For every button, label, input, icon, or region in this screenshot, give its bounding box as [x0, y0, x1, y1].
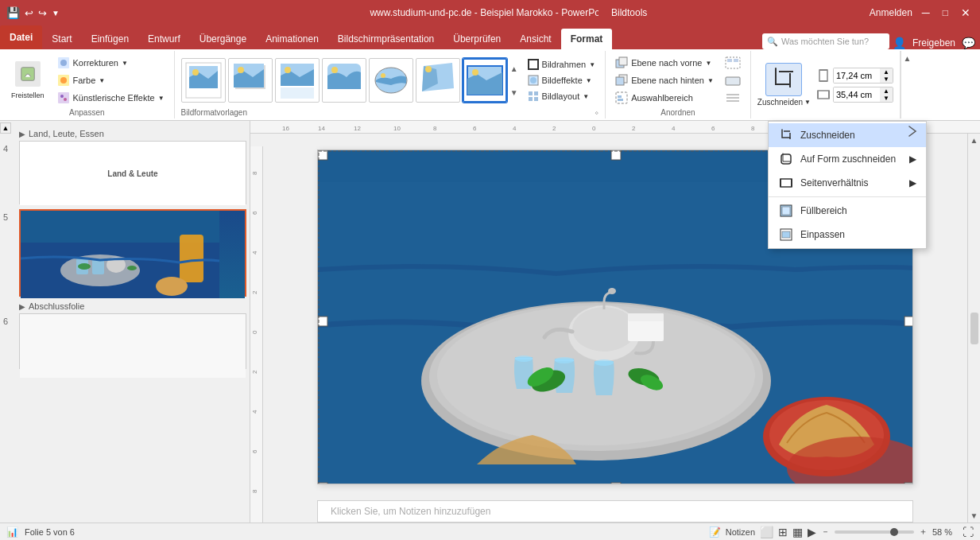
zuschneiden-label-btn[interactable]: Zuschneiden ▼ [757, 98, 811, 107]
farbe-caret[interactable]: ▼ [99, 77, 105, 84]
styles-scroll-up[interactable]: ▲ [509, 56, 520, 80]
ebene-vorne-caret[interactable]: ▼ [705, 60, 711, 67]
korrekturen-caret[interactable]: ▼ [122, 60, 128, 67]
bildrahmen-caret[interactable]: ▼ [589, 61, 595, 68]
view-reader-icon[interactable]: ▦ [792, 526, 803, 538]
view-grid-icon[interactable]: ⊞ [778, 526, 788, 538]
seitenverhaeltnis-arrow: ▶ [909, 177, 916, 188]
tab-animationen[interactable]: Animationen [256, 29, 328, 49]
scroll-thumb[interactable] [970, 313, 978, 344]
group3-btn[interactable] [722, 90, 744, 106]
restore-btn[interactable]: □ [939, 7, 951, 18]
tab-ueberpruefen[interactable]: Überprüfen [444, 29, 510, 49]
img-style-3[interactable] [275, 58, 320, 103]
img-style-6[interactable] [416, 58, 460, 103]
ribbon-search[interactable]: 🔍 Was möchten Sie tun? [762, 33, 889, 49]
slide-thumb-4[interactable]: Land & Leute [19, 141, 246, 204]
width-spinbox[interactable]: ▲ ▼ [833, 87, 893, 103]
styles-scroll-down[interactable]: ▼ [509, 80, 520, 104]
kuenstlerisch-btn[interactable]: Künstlerische Effekte ▼ [54, 90, 168, 106]
tab-start[interactable]: Start [42, 29, 81, 49]
slide-thumb-5[interactable] [19, 209, 246, 297]
customize-icon[interactable]: ▼ [52, 9, 60, 17]
dropdown-item-fuellbereich[interactable]: Füllbereich [769, 199, 926, 223]
close-btn[interactable]: ✕ [958, 6, 974, 19]
tab-entwurf[interactable]: Entwurf [138, 29, 190, 49]
width-input[interactable] [834, 87, 880, 102]
svg-rect-42 [727, 59, 732, 62]
notes-label[interactable]: Notizen [726, 527, 755, 537]
dropdown-item-zuschneiden[interactable]: Zuschneiden [769, 123, 926, 147]
title-bar-right: Anmelden ─ □ ✕ [870, 6, 974, 19]
zuschneiden-dropdown[interactable]: ▼ [804, 99, 811, 106]
redo-icon[interactable]: ↪ [38, 7, 47, 19]
view-present-icon[interactable]: ▶ [808, 526, 816, 538]
bildeffekte-caret[interactable]: ▼ [586, 77, 592, 84]
farbe-btn[interactable]: Farbe ▼ [54, 72, 168, 88]
tab-format[interactable]: Format [561, 29, 613, 49]
width-up-btn[interactable]: ▲ [880, 87, 893, 95]
bildlayout-btn[interactable]: Bildlayout ▼ [525, 89, 599, 103]
height-up-btn[interactable]: ▲ [880, 68, 893, 76]
scroll-down-btn[interactable]: ▼ [968, 509, 980, 523]
zoom-out-icon[interactable]: － [821, 526, 830, 538]
dropdown-item-seitenverhaeltnis[interactable]: Seitenverhältnis ▶ [769, 171, 926, 195]
ebene-vorne-btn[interactable]: Ebene nach vorne ▼ [612, 55, 717, 71]
korrekturen-btn[interactable]: Korrekturen ▼ [54, 55, 168, 71]
group1-btn[interactable] [722, 55, 744, 71]
fill-icon [778, 203, 794, 219]
kuenstlerisch-caret[interactable]: ▼ [158, 95, 165, 102]
height-down-btn[interactable]: ▼ [880, 76, 893, 83]
zoom-thumb[interactable] [890, 528, 898, 536]
group2-btn[interactable] [722, 72, 744, 88]
tab-einfuegen[interactable]: Einfügen [82, 29, 138, 49]
sign-in[interactable]: Anmelden [870, 7, 912, 18]
ribbon-collapse[interactable]: ▲ [901, 51, 913, 118]
dropdown-item-einpassen[interactable]: Einpassen [769, 223, 926, 247]
rotate-handle[interactable] [607, 150, 623, 152]
img-style-2[interactable] [228, 58, 273, 103]
height-spinbox[interactable]: ▲ ▼ [833, 68, 893, 84]
img-style-1[interactable] [181, 58, 226, 103]
comment-icon[interactable]: 💬 [962, 37, 975, 49]
scroll-up-btn[interactable]: ▲ [968, 134, 980, 147]
right-scrollbar[interactable]: ▲ ▼ [967, 134, 980, 523]
dropdown-label-seitenverhaeltnis: Seitenverhältnis [800, 177, 868, 188]
ebene-hinten-btn[interactable]: Ebene nach hinten ▼ [612, 72, 717, 88]
zuschneiden-btn[interactable] [765, 63, 802, 96]
notes-icon[interactable]: 📝 [709, 526, 721, 538]
bildformat-expand[interactable]: ⬦ [595, 108, 598, 116]
bildrahmen-btn[interactable]: Bildrahmen ▼ [525, 57, 599, 72]
auswahlbereich-btn[interactable]: Auswahlbereich [612, 90, 717, 106]
slide-info: Folie 5 von 6 [25, 527, 75, 537]
zoom-level[interactable]: 58 % [932, 527, 958, 537]
minimize-btn[interactable]: ─ [919, 6, 933, 19]
crop-dropdown-menu: Zuschneiden Auf Form zuschneiden ▶ Seite… [768, 121, 927, 249]
slides-scroll-up[interactable]: ▲ [0, 122, 11, 134]
zoom-in-icon[interactable]: ＋ [919, 526, 928, 538]
bildeffekte-btn[interactable]: Bildeffekte ▼ [525, 73, 599, 87]
svg-text:6: 6 [473, 125, 477, 132]
slide-thumb-6[interactable] [19, 313, 246, 369]
height-input[interactable] [834, 68, 880, 83]
undo-icon[interactable]: ↩ [25, 7, 33, 19]
view-normal-icon[interactable]: ⬜ [760, 526, 773, 538]
freistellen-btn[interactable]: Freistellen [6, 59, 49, 102]
svg-point-6 [60, 95, 64, 98]
width-down-btn[interactable]: ▼ [880, 95, 893, 102]
save-icon[interactable]: 💾 [6, 6, 20, 19]
dropdown-item-auf-form[interactable]: Auf Form zuschneiden ▶ [769, 147, 926, 171]
fit-window-icon[interactable]: ⛶ [963, 526, 974, 538]
img-style-selected[interactable] [463, 58, 507, 103]
bildlayout-caret[interactable]: ▼ [583, 93, 589, 100]
tab-datei[interactable]: Datei [0, 25, 42, 49]
notes-area[interactable]: Klicken Sie, um Notizen hinzuzufügen [317, 500, 913, 523]
zoom-slider[interactable] [835, 530, 914, 534]
img-style-5[interactable] [369, 58, 413, 103]
img-style-4[interactable] [322, 58, 366, 103]
tab-ansicht[interactable]: Ansicht [510, 29, 560, 49]
tab-praesentation[interactable]: Bildschirmpräsentation [328, 29, 444, 49]
freigeben-btn[interactable]: Freigeben [912, 37, 955, 49]
ebene-hinten-caret[interactable]: ▼ [707, 77, 714, 84]
tab-uebergaenge[interactable]: Übergänge [190, 29, 256, 49]
